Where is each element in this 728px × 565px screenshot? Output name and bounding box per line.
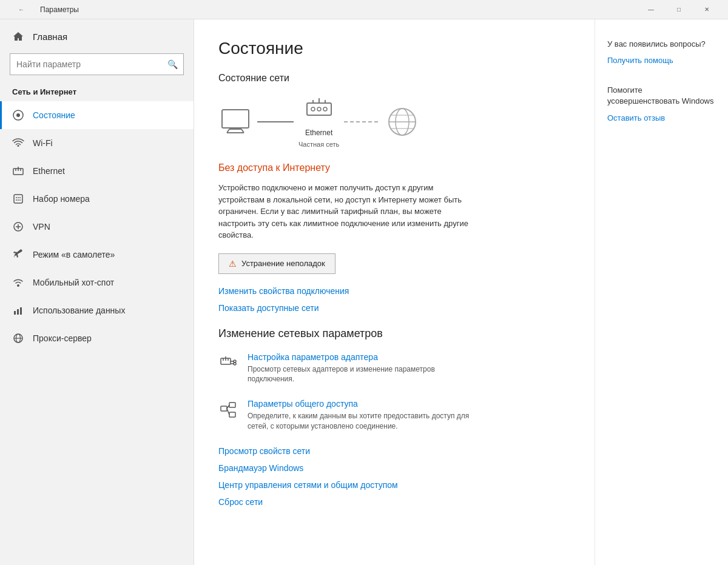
svg-point-28 [317, 107, 321, 111]
conn-dashed [344, 121, 380, 122]
svg-line-51 [227, 409, 229, 415]
reset-link[interactable]: Сброс сети [218, 497, 570, 507]
globe-icon [385, 107, 419, 136]
svg-rect-26 [307, 103, 331, 115]
maximize-button[interactable]: □ [665, 0, 693, 19]
close-button[interactable]: ✕ [693, 0, 721, 19]
search-icon[interactable]: 🔍 [161, 53, 183, 75]
sidebar-item-wifi[interactable]: Wi-Fi [0, 129, 194, 157]
troubleshoot-button[interactable]: ⚠ Устранение неполадок [218, 253, 335, 274]
settings-item-adapter: Настройка параметров адаптера Просмотр с… [218, 352, 570, 385]
svg-rect-21 [222, 110, 249, 128]
svg-rect-47 [221, 406, 227, 411]
device-internet [385, 107, 419, 136]
sidebar-item-datausage[interactable]: Использование данных [0, 296, 194, 324]
sidebar-item-airplane[interactable]: Режим «в самолете» [0, 241, 194, 269]
right-panel: У вас появились вопросы? Получить помощь… [595, 19, 728, 565]
sidebar-item-label-vpn: VPN [33, 222, 50, 232]
adapter-icon [218, 353, 238, 373]
network-diagram: Ethernet Частная сеть [218, 96, 570, 148]
sidebar-item-proxy[interactable]: Прокси-сервер [0, 324, 194, 352]
home-button[interactable]: Главная [0, 19, 194, 53]
device-router: Ethernet Частная сеть [298, 96, 339, 148]
svg-rect-48 [229, 403, 235, 407]
svg-point-12 [18, 199, 19, 201]
svg-point-46 [234, 363, 236, 365]
help-link[interactable]: Получить помощь [607, 56, 673, 65]
adapter-desc: Просмотр сетевых адаптеров и изменение п… [248, 364, 478, 385]
search-box[interactable]: 🔍 [10, 53, 184, 75]
network-center-link[interactable]: Центр управления сетями и общим доступом [218, 480, 570, 490]
svg-point-10 [19, 197, 21, 198]
sidebar-item-label-status: Состояние [33, 110, 75, 120]
titlebar: ← Параметры — □ ✕ [0, 0, 728, 19]
svg-rect-49 [229, 412, 235, 417]
minimize-button[interactable]: — [637, 0, 665, 19]
sharing-icon [218, 400, 238, 420]
adapter-title[interactable]: Настройка параметров адаптера [248, 352, 478, 362]
svg-point-1 [16, 113, 20, 117]
vpn-icon [12, 221, 24, 233]
datausage-icon [12, 304, 24, 316]
wifi-icon [12, 137, 24, 149]
help-section: У вас появились вопросы? Получить помощь [607, 39, 716, 65]
svg-point-14 [17, 284, 19, 287]
svg-rect-15 [14, 311, 16, 315]
router-icon [302, 96, 336, 125]
sidebar-item-label-dialup: Набор номера [33, 194, 90, 204]
sidebar-item-status[interactable]: Состояние [0, 101, 194, 129]
sidebar-item-vpn[interactable]: VPN [0, 213, 194, 241]
svg-point-13 [19, 199, 21, 201]
adapter-text: Настройка параметров адаптера Просмотр с… [248, 352, 478, 385]
sidebar-item-label-ethernet: Ethernet [33, 166, 65, 176]
status-icon [12, 109, 24, 121]
proxy-icon [12, 332, 24, 344]
firewall-link[interactable]: Брандмауэр Windows [218, 463, 570, 473]
improve-section: Помогите усовершенствовать Windows Остав… [607, 85, 716, 122]
dialup-icon [12, 193, 24, 205]
app-body: Главная 🔍 Сеть и Интернет Состояние [0, 19, 728, 565]
sidebar-item-label-hotspot: Мобильный хот-спот [33, 278, 114, 287]
settings-item-sharing: Параметры общего доступа Определите, к к… [218, 399, 570, 432]
show-networks-link[interactable]: Показать доступные сети [218, 303, 570, 313]
sidebar-item-ethernet[interactable]: Ethernet [0, 157, 194, 185]
change-props-link[interactable]: Изменить свойства подключения [218, 286, 570, 296]
sharing-desc: Определите, к каким данным вы хотите пре… [248, 411, 478, 432]
improve-link[interactable]: Оставить отзыв [607, 113, 665, 122]
help-heading: У вас появились вопросы? [607, 39, 716, 50]
view-props-link[interactable]: Просмотр свойств сети [218, 446, 570, 456]
sidebar: Главная 🔍 Сеть и Интернет Состояние [0, 19, 194, 565]
hotspot-icon [12, 276, 24, 289]
device-label: Ethernet [305, 129, 332, 137]
svg-rect-7 [14, 195, 22, 203]
svg-point-29 [323, 107, 327, 111]
sidebar-section-label: Сеть и Интернет [0, 85, 194, 101]
sidebar-item-label-wifi: Wi-Fi [33, 138, 53, 148]
device-sublabel: Частная сеть [298, 141, 339, 148]
ethernet-icon [12, 165, 24, 177]
troubleshoot-label: Устранение неполадок [241, 259, 325, 268]
home-icon [12, 30, 24, 42]
sidebar-item-dialup[interactable]: Набор номера [0, 185, 194, 213]
svg-point-27 [311, 107, 315, 111]
sharing-title[interactable]: Параметры общего доступа [248, 399, 478, 409]
page-title: Состояние [218, 39, 570, 58]
search-input[interactable] [10, 59, 161, 69]
sidebar-item-label-airplane: Режим «в самолете» [33, 250, 115, 259]
titlebar-left: ← Параметры [7, 0, 79, 19]
titlebar-title: Параметры [40, 5, 79, 14]
computer-icon [218, 107, 252, 136]
back-button[interactable]: ← [7, 0, 35, 19]
svg-point-8 [16, 197, 17, 198]
sidebar-item-hotspot[interactable]: Мобильный хот-спот [0, 269, 194, 296]
svg-rect-17 [20, 307, 22, 315]
sidebar-item-label-proxy: Прокси-сервер [33, 333, 92, 343]
airplane-icon [12, 249, 24, 261]
svg-point-9 [18, 197, 19, 198]
svg-rect-16 [17, 309, 19, 315]
titlebar-controls: — □ ✕ [637, 0, 721, 19]
main-content: Состояние Состояние сети [194, 19, 595, 565]
sharing-text: Параметры общего доступа Определите, к к… [248, 399, 478, 432]
change-settings-title: Изменение сетевых параметров [218, 327, 570, 340]
svg-point-11 [16, 199, 17, 201]
